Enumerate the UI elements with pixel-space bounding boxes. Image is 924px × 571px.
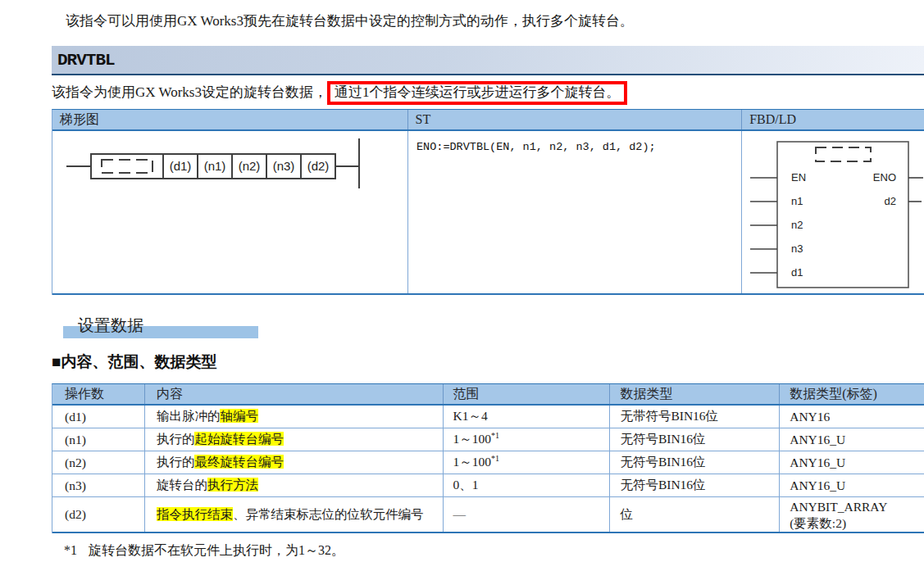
fbd-block-diagram: EN n1 n2 n3 d1 ENO d2 bbox=[742, 131, 924, 295]
description-plain: 该指令为使用GX Works3设定的旋转台数据， bbox=[52, 84, 327, 100]
fbd-input-n3: n3 bbox=[791, 242, 803, 255]
fbd-name-placeholder-icon bbox=[816, 147, 871, 161]
content-cell: 执行的起始旋转台编号 bbox=[145, 428, 444, 451]
highlighted-text: 执行方法 bbox=[207, 478, 258, 492]
ladder-operand-d2: (d2) bbox=[307, 159, 330, 173]
operand-table-header-row: 操作数 内容 范围 数据类型 数据类型(标签) bbox=[52, 384, 924, 406]
data-type-label-cell: ANY16_U bbox=[780, 451, 924, 474]
language-representation-table: 梯形图 ST FBD/LD (d1) (n1) bbox=[52, 109, 924, 295]
operand-cell: (d2) bbox=[52, 497, 145, 532]
highlighted-text: 指令执行结束 bbox=[157, 507, 233, 521]
header-data-type: 数据类型 bbox=[610, 384, 780, 404]
content-cell: 输出脉冲的轴编号 bbox=[145, 406, 444, 428]
header-fbdld: FBD/LD bbox=[742, 110, 924, 129]
operand-table: 操作数 内容 范围 数据类型 数据类型(标签) (d1)输出脉冲的轴编号K1～4… bbox=[52, 383, 924, 533]
range-cell: K1～4 bbox=[444, 406, 611, 428]
ladder-diagram-cell: (d1) (n1) (n2) (n3) (d2) bbox=[52, 131, 408, 293]
table-row: (d2)指令执行结束、异常结束标志位的位软元件编号—位ANYBIT_ARRAY(… bbox=[52, 497, 924, 533]
language-table-header-row: 梯形图 ST FBD/LD bbox=[52, 110, 924, 131]
table-row: (n2)执行的最终旋转台编号1～100*1无符号BIN16位ANY16_U bbox=[52, 451, 924, 474]
highlighted-text: 轴编号 bbox=[220, 409, 258, 423]
highlighted-text: 最终旋转台编号 bbox=[194, 455, 284, 469]
ladder-operand-n2: (n2) bbox=[239, 159, 261, 173]
data-type-cell: 无符号BIN16位 bbox=[610, 428, 780, 451]
data-type-label-cell: ANYBIT_ARRAY(要素数:2) bbox=[780, 497, 924, 532]
header-st: ST bbox=[408, 110, 743, 129]
operand-cell: (n1) bbox=[52, 428, 145, 451]
content-cell: 旋转台的执行方法 bbox=[145, 474, 444, 496]
subheading-content-range-datatype: ■内容、范围、数据类型 bbox=[52, 351, 216, 373]
table-row: (d1)输出脉冲的轴编号K1～4无带符号BIN16位ANY16 bbox=[52, 406, 924, 428]
ladder-operand-n1: (n1) bbox=[204, 159, 226, 173]
manual-page: 该指令可以用使用GX Works3预先在旋转台数据中设定的控制方式的动作，执行多… bbox=[0, 0, 924, 571]
header-range: 范围 bbox=[444, 384, 611, 404]
instruction-header-band: DRVTBL bbox=[52, 46, 924, 75]
operand-cell: (n3) bbox=[52, 474, 145, 496]
data-type-label-cell: ANY16_U bbox=[780, 474, 924, 496]
section-heading-text: 设置数据 bbox=[78, 315, 143, 337]
data-type-label-cell: ANY16 bbox=[780, 406, 924, 428]
fbd-output-d2: d2 bbox=[885, 195, 896, 207]
table-row: (n3)旋转台的执行方法0、1无符号BIN16位ANY16_U bbox=[52, 474, 924, 497]
footnote-reference: *1 bbox=[491, 454, 499, 463]
operand-table-body: (d1)输出脉冲的轴编号K1～4无带符号BIN16位ANY16(n1)执行的起始… bbox=[52, 406, 924, 533]
ladder-diagram: (d1) (n1) (n2) (n3) (d2) bbox=[52, 131, 407, 295]
footnote-text: 旋转台数据不在软元件上执行时，为1～32。 bbox=[89, 543, 344, 557]
section-heading-setting-data: 设置数据 bbox=[52, 315, 265, 339]
footnote-marker: *1 bbox=[64, 543, 77, 557]
language-table-body-row: (d1) (n1) (n2) (n3) (d2) ENO:=DRVTBL(EN,… bbox=[52, 131, 924, 295]
range-cell: 1～100*1 bbox=[444, 428, 611, 451]
range-cell: 0、1 bbox=[444, 474, 611, 496]
red-emphasis-box: 通过1个指令连续运行或步进运行多个旋转台。 bbox=[327, 81, 628, 105]
description-paragraph: 该指令为使用GX Works3设定的旋转台数据，通过1个指令连续运行或步进运行多… bbox=[52, 80, 627, 105]
highlighted-text: 起始旋转台编号 bbox=[194, 432, 284, 446]
data-type-cell: 无带符号BIN16位 bbox=[610, 406, 780, 428]
header-ladder: 梯形图 bbox=[52, 110, 408, 129]
fbd-input-n1: n1 bbox=[791, 195, 803, 207]
header-content: 内容 bbox=[145, 384, 444, 404]
operand-cell: (d1) bbox=[52, 406, 145, 428]
header-data-type-label: 数据类型(标签) bbox=[780, 384, 924, 404]
fbd-output-eno: ENO bbox=[873, 171, 896, 184]
footnote: *1旋转台数据不在软元件上执行时，为1～32。 bbox=[64, 542, 344, 560]
st-code: ENO:=DRVTBL(EN, n1, n2, n3, d1, d2); bbox=[408, 131, 656, 153]
fbd-input-d1: d1 bbox=[791, 266, 803, 279]
data-type-label-cell: ANY16_U bbox=[780, 428, 924, 451]
data-type-cell: 无符号BIN16位 bbox=[610, 474, 780, 496]
instruction-title: DRVTBL bbox=[52, 51, 115, 70]
content-cell: 指令执行结束、异常结束标志位的位软元件编号 bbox=[145, 497, 444, 532]
fbd-input-en: EN bbox=[791, 171, 806, 184]
data-type-cell: 无符号BIN16位 bbox=[610, 451, 780, 474]
range-cell: — bbox=[444, 497, 611, 532]
intro-paragraph: 该指令可以用使用GX Works3预先在旋转台数据中设定的控制方式的动作，执行多… bbox=[66, 11, 634, 30]
content-cell: 执行的最终旋转台编号 bbox=[145, 451, 444, 474]
ladder-operand-n3: (n3) bbox=[273, 159, 295, 173]
table-row: (n1)执行的起始旋转台编号1～100*1无符号BIN16位ANY16_U bbox=[52, 428, 924, 451]
data-type-cell: 位 bbox=[610, 497, 780, 532]
footnote-reference: *1 bbox=[491, 431, 499, 440]
operand-cell: (n2) bbox=[52, 451, 145, 474]
header-operand: 操作数 bbox=[52, 384, 145, 404]
st-code-cell: ENO:=DRVTBL(EN, n1, n2, n3, d1, d2); bbox=[408, 131, 742, 293]
fbd-input-n2: n2 bbox=[791, 219, 803, 231]
range-cell: 1～100*1 bbox=[444, 451, 611, 474]
fbd-diagram-cell: EN n1 n2 n3 d1 ENO d2 bbox=[742, 131, 924, 293]
ladder-operand-d1: (d1) bbox=[170, 159, 192, 173]
